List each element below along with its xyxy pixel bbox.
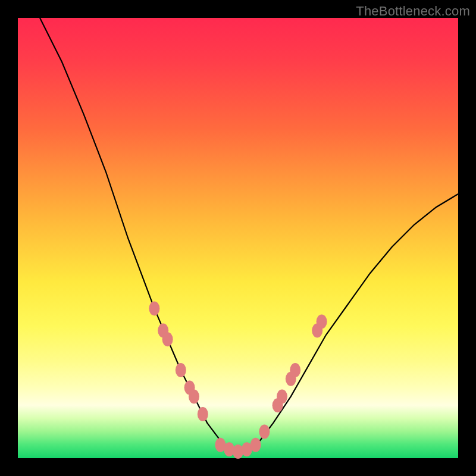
curve-marker	[198, 407, 208, 421]
curve-marker	[162, 332, 173, 346]
curve-marker	[176, 363, 186, 377]
curve-marker	[317, 315, 327, 329]
curve-marker	[149, 301, 159, 315]
curve-marker	[259, 425, 270, 439]
curve-marker	[189, 389, 199, 403]
curve-marker	[250, 438, 261, 452]
bottleneck-curve	[40, 18, 458, 454]
curve-layer	[18, 18, 458, 458]
chart-frame: TheBottleneck.com	[0, 0, 476, 476]
curve-marker	[290, 363, 300, 377]
curve-marker	[277, 389, 287, 403]
attribution-label: TheBottleneck.com	[356, 4, 470, 19]
plot-area	[18, 18, 458, 458]
